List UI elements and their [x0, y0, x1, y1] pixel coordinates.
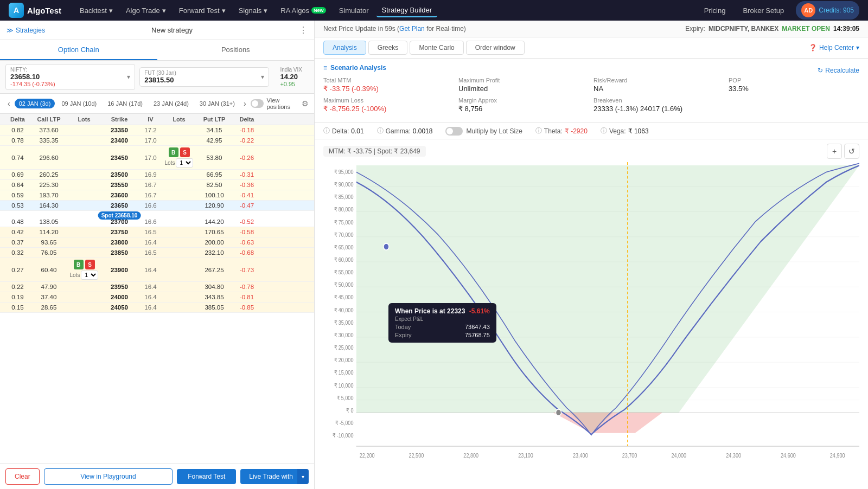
date-chip-3[interactable]: 23 JAN (24d): [149, 99, 193, 108]
date-next-button[interactable]: ›: [241, 98, 248, 109]
nav-simulator[interactable]: Simulator: [334, 4, 374, 17]
nav-pricing[interactable]: Pricing: [699, 4, 731, 17]
nifty-selector[interactable]: NIFTY: 23658.10 -174.35 (-0.73%) ▾: [5, 64, 135, 90]
nifty-chevron-icon: ▾: [127, 73, 130, 81]
gamma-display: ⓘ Gamma: 0.0018: [377, 126, 433, 136]
total-mtm-metric: Total MTM ₹ -33.75 (-0.39%): [323, 77, 454, 93]
theta-value: ₹ -2920: [565, 127, 588, 135]
signals-chevron-icon: ▾: [264, 7, 267, 15]
svg-text:₹ 35,000: ₹ 35,000: [334, 319, 354, 326]
lot-size-toggle-switch[interactable]: [445, 127, 463, 136]
sell-button-23900[interactable]: S: [85, 260, 95, 269]
col-lots-call: Lots: [68, 116, 100, 123]
nav-strategy-builder[interactable]: Strategy Builder: [376, 4, 438, 17]
market-status: MARKET OPEN: [782, 25, 830, 33]
table-row: 0.78 335.35 23400 17.0 42.95 -0.22: [0, 136, 314, 146]
lots-select-23900[interactable]: 1: [81, 271, 98, 280]
spot-row: 0.53 164.30 23650 Spot 23658.10 16.6 120…: [0, 201, 314, 211]
table-row: 0.22 47.90 23950 16.4 304.80 -0.78: [0, 282, 314, 292]
table-row: 0.64 225.30 23550 16.7 82.50 -0.36: [0, 180, 314, 190]
svg-text:₹ 55,000: ₹ 55,000: [334, 269, 354, 275]
zoom-in-button[interactable]: +: [827, 144, 842, 159]
risk-reward-metric: Risk/Reward NA: [593, 77, 724, 93]
svg-text:24,900: 24,900: [830, 452, 845, 459]
date-prev-button[interactable]: ‹: [5, 98, 12, 109]
credits-text: Credits: 905: [819, 7, 854, 14]
logo-text: AlgoTest: [27, 6, 61, 15]
left-footer: Clear View in Playground Forward Test Li…: [0, 464, 314, 489]
refresh-icon: ↻: [818, 67, 823, 74]
svg-text:₹ 65,000: ₹ 65,000: [334, 244, 354, 250]
left-tabs: Option Chain Positions: [0, 40, 314, 61]
delta-value: 0.01: [351, 127, 363, 135]
date-chip-1[interactable]: 09 JAN (10d): [57, 99, 101, 108]
svg-text:₹ 30,000: ₹ 30,000: [334, 332, 354, 338]
date-chip-2[interactable]: 16 JAN (17d): [103, 99, 147, 108]
tab-option-chain[interactable]: Option Chain: [0, 40, 157, 60]
nifty-row: NIFTY: 23658.10 -174.35 (-0.73%) ▾ FUT (…: [0, 61, 314, 94]
live-trade-button[interactable]: Live Trade with: [240, 469, 302, 484]
nav-algo-trade[interactable]: Algo Trade ▾: [120, 4, 171, 17]
vix-change: +0.95: [280, 81, 302, 87]
svg-text:₹ 80,000: ₹ 80,000: [334, 207, 354, 213]
option-chain-header: Delta Call LTP Lots Strike IV Lots Put L…: [0, 114, 314, 125]
delta-display: ⓘ Delta: 0.01: [323, 126, 364, 136]
live-trade-dropdown-button[interactable]: ▾: [297, 469, 309, 484]
nav-broker-setup[interactable]: Broker Setup: [737, 4, 789, 17]
table-row: 0.82 373.60 23350 17.2 34.15 -0.18: [0, 125, 314, 136]
buy-button-23450[interactable]: B: [169, 147, 178, 157]
clear-button[interactable]: Clear: [5, 468, 40, 485]
help-center-button[interactable]: ❓ Help Center ▾: [809, 44, 859, 52]
tab-monte-carlo[interactable]: Monte Carlo: [410, 41, 463, 55]
strategies-link[interactable]: ≫ Strategies: [7, 27, 45, 34]
help-icon: ❓: [809, 44, 817, 52]
breakeven-metric: Breakeven 23333 (-1.3%) 24017 (1.6%): [593, 97, 859, 113]
svg-text:₹ -5,000: ₹ -5,000: [335, 420, 354, 426]
right-panel: Next Price Update in 59s (Get Plan for R…: [315, 21, 868, 489]
theta-display: ⓘ Theta: ₹ -2920: [535, 126, 588, 136]
scenario-section: ≡ Scenario Analysis ↻ Recalculate Total …: [315, 59, 868, 123]
view-in-playground-button[interactable]: View in Playground: [44, 468, 173, 485]
nav-signals[interactable]: Signals ▾: [233, 4, 273, 17]
positions-toggle-switch[interactable]: [251, 99, 264, 108]
table-row: 0.59 193.70 23600 16.7 100.10 -0.41: [0, 190, 314, 201]
buy-button-23900[interactable]: B: [74, 260, 84, 269]
nav-right-section: Pricing Broker Setup AD Credits: 905: [699, 1, 859, 20]
forward-test-button[interactable]: Forward Test: [177, 469, 236, 484]
svg-text:23,100: 23,100: [518, 452, 533, 459]
right-topbar: Next Price Update in 59s (Get Plan for R…: [315, 21, 868, 37]
fut-selector[interactable]: FUT (30 Jan) 23815.50 ▾: [139, 67, 269, 87]
svg-point-49: [556, 409, 561, 416]
date-chip-4[interactable]: 30 JAN (31+): [195, 99, 239, 108]
nav-backtest[interactable]: Backtest ▾: [74, 4, 118, 17]
svg-text:₹ 40,000: ₹ 40,000: [334, 307, 354, 313]
logo[interactable]: A AlgoTest: [9, 3, 61, 18]
scenario-title: ≡ Scenario Analysis: [323, 64, 386, 72]
tab-positions[interactable]: Positions: [157, 40, 315, 60]
nav-ra-algos[interactable]: RA Algos New: [275, 4, 331, 17]
tab-analysis[interactable]: Analysis: [323, 41, 366, 55]
get-plan-link[interactable]: Get Plan: [399, 25, 425, 33]
expiry-info: Expiry: MIDCPNIFTY, BANKEX MARKET OPEN 1…: [685, 25, 859, 33]
tab-greeks[interactable]: Greeks: [368, 41, 408, 55]
table-row: 0.74 296.60 23450 17.0 B S Lots 1 53.80 …: [0, 146, 314, 170]
settings-icon[interactable]: ⚙: [302, 99, 309, 108]
lots-select-23450[interactable]: 1: [176, 158, 193, 168]
col-call-ltp: Call LTP: [30, 116, 68, 123]
tab-order-window[interactable]: Order window: [466, 41, 525, 55]
gamma-info-icon: ⓘ: [377, 126, 384, 136]
recalculate-button[interactable]: ↻ Recalculate: [818, 67, 859, 74]
table-row: 0.48 138.05 23700 16.6 144.20 -0.52: [0, 211, 314, 227]
svg-text:23,400: 23,400: [573, 452, 588, 459]
sell-button-23450[interactable]: S: [180, 147, 190, 157]
date-row: ‹ 02 JAN (3d) 09 JAN (10d) 16 JAN (17d) …: [0, 94, 314, 114]
nav-forward-test[interactable]: Forward Test ▾: [174, 4, 231, 17]
fut-label: FUT (30 Jan): [144, 70, 176, 76]
backtest-chevron-icon: ▾: [109, 7, 113, 15]
date-chip-0[interactable]: 02 JAN (3d): [15, 99, 55, 108]
fut-value: 23815.50: [144, 76, 176, 84]
reset-zoom-button[interactable]: ↺: [844, 144, 859, 159]
vix-display: India VIX 14.20 +0.95: [273, 65, 309, 89]
nav-avatar[interactable]: AD: [801, 3, 815, 17]
more-options-button[interactable]: ⋮: [299, 25, 308, 35]
